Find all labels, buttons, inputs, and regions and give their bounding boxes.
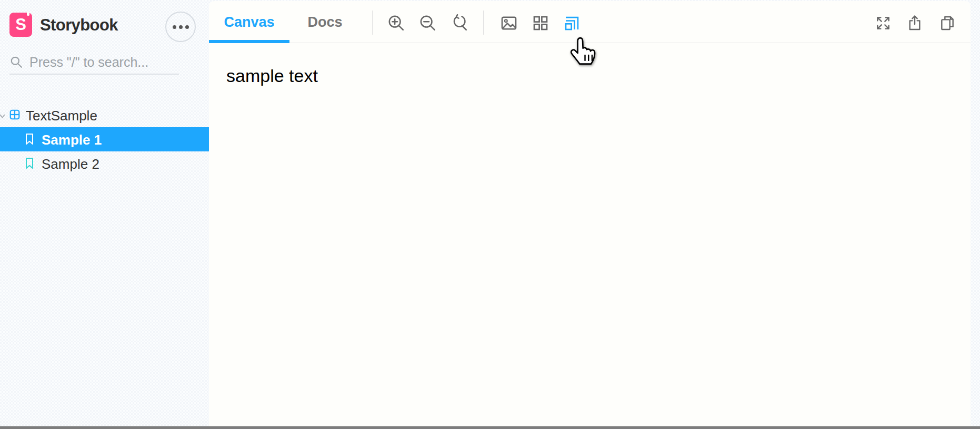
tree-item-sample-2[interactable]: Sample 2 bbox=[0, 151, 209, 176]
share-button[interactable] bbox=[903, 12, 926, 35]
tab-canvas[interactable]: Canvas bbox=[209, 1, 289, 43]
sidebar-header: S Storybook bbox=[9, 12, 204, 42]
backgrounds-button[interactable] bbox=[497, 12, 521, 35]
search-input[interactable] bbox=[29, 55, 172, 70]
zoom-out-icon bbox=[419, 14, 437, 32]
preview-panel: Canvas Docs bbox=[209, 1, 971, 426]
window-bottom-edge bbox=[0, 426, 980, 429]
grow-viewport-icon bbox=[564, 15, 581, 32]
zoom-out-button[interactable] bbox=[416, 12, 439, 35]
toolbar-divider bbox=[483, 11, 484, 35]
copy-link-button[interactable] bbox=[936, 12, 959, 35]
storybook-logo-icon: S bbox=[9, 13, 32, 37]
ellipsis-icon bbox=[179, 25, 183, 29]
story-rendered-text: sample text bbox=[226, 66, 318, 86]
tab-docs[interactable]: Docs bbox=[289, 1, 361, 43]
fullscreen-button[interactable] bbox=[872, 12, 895, 35]
story-canvas: sample text bbox=[209, 44, 971, 426]
bookmark-icon bbox=[25, 133, 34, 146]
sidebar: S Storybook TextSample bbox=[0, 0, 209, 426]
tree-item-sample-1[interactable]: Sample 1 bbox=[0, 127, 209, 151]
zoom-reset-button[interactable] bbox=[448, 12, 471, 35]
ellipsis-icon bbox=[185, 25, 189, 29]
sidebar-menu-button[interactable] bbox=[165, 12, 196, 42]
ellipsis-icon bbox=[173, 25, 176, 29]
tree-item-label: TextSample bbox=[26, 108, 97, 124]
zoom-reset-icon bbox=[451, 14, 468, 32]
grid-icon bbox=[532, 15, 549, 32]
zoom-in-icon bbox=[387, 14, 405, 32]
zoom-in-button[interactable] bbox=[385, 12, 408, 35]
toolbar-divider bbox=[372, 11, 373, 35]
tree-item-label: Sample 2 bbox=[42, 156, 99, 172]
expand-arrows-icon bbox=[875, 15, 892, 32]
preview-toolbar: Canvas Docs bbox=[209, 1, 971, 43]
app-title: Storybook bbox=[40, 16, 118, 35]
bookmark-icon bbox=[25, 157, 34, 170]
grid-toggle-button[interactable] bbox=[529, 12, 552, 35]
component-grid-icon bbox=[9, 109, 21, 120]
share-export-icon bbox=[906, 15, 923, 32]
image-icon bbox=[500, 14, 518, 32]
story-tree: TextSample Sample 1 Sample 2 bbox=[0, 103, 209, 176]
tree-item-textsample[interactable]: TextSample bbox=[0, 103, 209, 127]
tree-item-label: Sample 1 bbox=[42, 132, 102, 148]
viewport-button[interactable] bbox=[561, 12, 584, 35]
chevron-down-icon[interactable] bbox=[0, 112, 6, 120]
copy-pages-icon bbox=[939, 15, 956, 32]
search-icon bbox=[9, 55, 23, 69]
search-field[interactable] bbox=[9, 50, 179, 75]
